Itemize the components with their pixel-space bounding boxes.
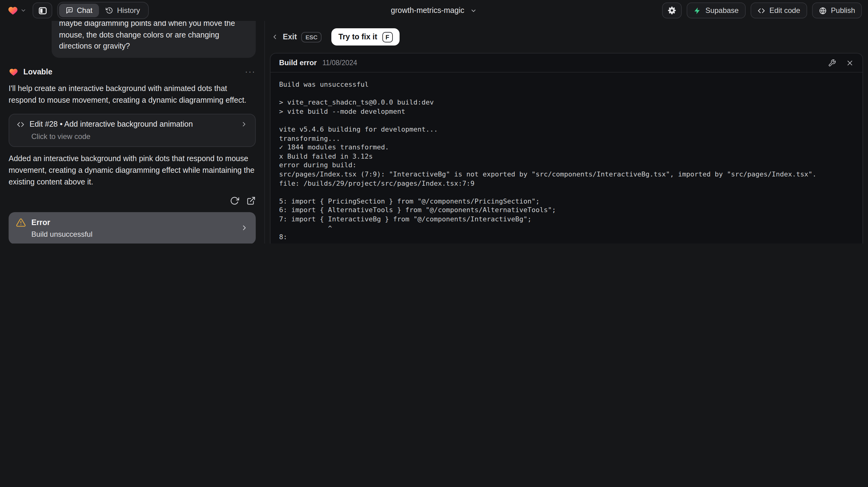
panel-left-icon [38,6,47,15]
edit-28-subtitle: Click to view code [31,132,248,141]
preview-toolbar: Exit ESC Try to fix it F [271,28,863,45]
project-name: growth-metrics-magic [391,6,464,15]
chat-messages[interactable]: maybe diagramming points and when you mo… [0,21,264,243]
edit-28-title-row: Edit #28 • Add interactive background an… [17,120,248,128]
assistant-name: Lovable [23,67,53,76]
chevron-left-icon [271,33,278,40]
close-icon[interactable] [846,59,854,67]
lovable-app: Chat History growth-metrics-magic [0,0,868,243]
chevron-right-icon [240,121,248,128]
assistant-paragraph: I'll help create an interactive backgrou… [9,83,256,106]
chat-panel: maybe diagramming points and when you mo… [0,21,264,243]
open-external-icon[interactable] [247,196,256,205]
globe-icon [818,6,827,14]
chevron-right-icon [240,224,248,232]
fix-wrench-icon[interactable] [828,59,836,67]
chat-bubble-icon [66,7,73,14]
tab-history-label: History [117,6,140,15]
edit-code-button[interactable]: Edit code [750,2,807,19]
message-more-button[interactable]: ··· [245,68,256,75]
settings-button[interactable] [662,2,681,19]
topbar-left: Chat History [6,2,149,19]
tab-chat[interactable]: Chat [59,4,99,17]
build-error-log: Build was unsuccessful > vite_react_shad… [271,72,863,243]
lovable-logo-menu[interactable] [6,4,28,17]
tab-history[interactable]: History [99,4,147,17]
history-icon [106,7,114,14]
code-brackets-icon [17,120,25,128]
code-brackets-icon [757,6,765,14]
topbar: Chat History growth-metrics-magic [0,0,868,21]
try-to-fix-button[interactable]: Try to fix it F [332,28,399,45]
exit-label: Exit [283,33,297,41]
assistant-message-header: Lovable ··· [9,67,256,77]
lovable-heart-icon [9,67,19,77]
chevron-down-icon [20,7,26,13]
publish-button[interactable]: Publish [812,2,862,19]
error-card-subtitle: Build unsuccessful [31,230,93,238]
sidebar-toggle-button[interactable] [33,2,52,19]
project-switcher[interactable]: growth-metrics-magic [391,6,477,15]
supabase-button[interactable]: Supabase [686,2,745,19]
user-message-bubble: maybe diagramming points and when you mo… [52,21,256,58]
panel-date: 11/08/2024 [322,59,357,66]
edit-code-label: Edit code [769,6,800,15]
chevron-down-icon [470,7,477,14]
error-card-title: Error [31,218,50,226]
build-error-text: Error Build unsuccessful [16,217,93,238]
message-actions [9,196,256,205]
topbar-right: Supabase Edit code Publish [662,2,862,19]
supabase-bolt-icon [693,6,701,14]
build-error-card[interactable]: Error Build unsuccessful [9,212,256,243]
exit-button[interactable]: Exit ESC [271,32,322,42]
restore-icon[interactable] [230,196,239,205]
f-key-badge: F [382,32,393,42]
publish-label: Publish [831,6,855,15]
edit-28-card[interactable]: Edit #28 • Add interactive background an… [9,114,256,147]
edit-28-title: Edit #28 • Add interactive background an… [30,120,193,128]
panel-title: Build error [279,58,317,67]
supabase-label: Supabase [705,6,739,15]
tab-chat-label: Chat [77,6,93,15]
warning-triangle-icon [16,217,26,227]
chat-history-tabs: Chat History [57,2,149,19]
gear-icon [667,6,676,15]
esc-key-badge: ESC [301,32,322,42]
preview-panel: Exit ESC Try to fix it F Build error 11/… [264,21,868,243]
assistant-paragraph: Added an interactive background with pin… [9,153,256,188]
main-split: maybe diagramming points and when you mo… [0,21,868,243]
build-error-panel-1: Build error 11/08/2024 Build was unsucce… [270,53,863,243]
try-to-fix-label: Try to fix it [338,33,377,41]
lovable-heart-icon [7,5,19,16]
build-error-panel-1-header: Build error 11/08/2024 [271,54,863,72]
